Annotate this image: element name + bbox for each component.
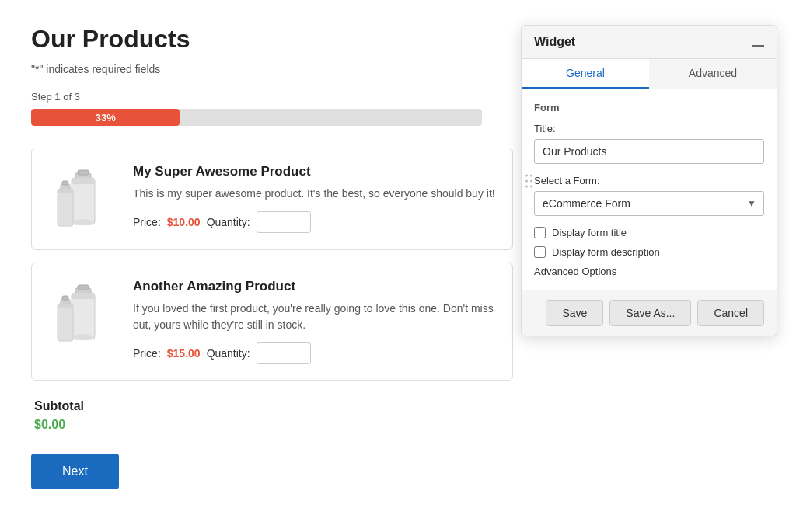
product-image-1 (47, 164, 117, 234)
product-price-row-1: Price: $10.00 Quantity: (133, 211, 497, 233)
widget-footer: Save Save As... Cancel (522, 290, 777, 336)
title-field-group: Title: (534, 123, 764, 164)
main-content: Our Products "*" indicates required fiel… (0, 0, 513, 514)
next-button[interactable]: Next (31, 454, 119, 489)
widget-header: Widget (522, 26, 777, 59)
title-field-input[interactable] (534, 139, 764, 164)
tab-advanced[interactable]: Advanced (649, 59, 777, 89)
svg-rect-2 (78, 170, 89, 175)
widget-body: Form Title: Select a Form: eCommerce For… (522, 89, 777, 290)
quantity-label-1: Quantity: (207, 216, 250, 228)
svg-rect-7 (62, 181, 68, 185)
progress-bar-container: 33% (31, 109, 482, 126)
subtotal-value: $0.00 (34, 418, 482, 432)
quantity-label-2: Quantity: (207, 347, 250, 360)
select-form-group: Select a Form: eCommerce Form Contact Fo… (534, 175, 764, 216)
product-card-1: My Super Awesome Product This is my supe… (31, 148, 513, 250)
drag-handle[interactable] (522, 171, 536, 190)
svg-rect-9 (72, 293, 95, 339)
select-form-wrapper: eCommerce Form Contact Form Registration… (534, 191, 764, 216)
subtotal-label: Subtotal (34, 399, 482, 413)
widget-panel: Widget General Advanced Form Title: Sele… (521, 25, 777, 336)
select-form-dropdown[interactable]: eCommerce Form Contact Form Registration… (534, 191, 764, 216)
svg-rect-16 (62, 296, 68, 300)
product-name-1: My Super Awesome Product (133, 164, 497, 179)
select-form-label: Select a Form: (534, 175, 764, 186)
checkbox-display-title-label: Display form title (552, 227, 627, 238)
save-as-button[interactable]: Save As... (609, 300, 691, 326)
svg-point-12 (74, 334, 93, 340)
widget-tabs: General Advanced (522, 59, 777, 89)
cancel-button[interactable]: Cancel (697, 300, 764, 326)
svg-rect-8 (58, 189, 73, 193)
step-info: Step 1 of 3 (31, 91, 482, 103)
quantity-input-2[interactable] (257, 342, 311, 364)
svg-rect-4 (72, 178, 95, 184)
product-name-2: Another Amazing Product (133, 279, 497, 294)
progress-label: 33% (96, 112, 116, 123)
checkbox-display-desc-label: Display form description (552, 246, 660, 258)
tab-general[interactable]: General (522, 59, 649, 89)
form-section-label: Form (534, 102, 764, 113)
save-button[interactable]: Save (546, 300, 603, 326)
product-info-2: Another Amazing Product If you loved the… (133, 279, 497, 364)
product-price-row-2: Price: $15.00 Quantity: (133, 342, 497, 364)
product-card-2: Another Amazing Product If you loved the… (31, 263, 513, 381)
widget-title: Widget (534, 35, 575, 49)
checkbox-display-desc[interactable] (534, 246, 546, 258)
svg-rect-0 (72, 178, 95, 224)
price-label-2: Price: (133, 347, 161, 360)
svg-rect-11 (78, 285, 89, 290)
advanced-options-link[interactable]: Advanced Options (534, 266, 764, 277)
svg-rect-17 (58, 304, 73, 308)
product-desc-1: This is my super awesome product. It's t… (133, 186, 497, 202)
product-desc-2: If you loved the first product, you're r… (133, 301, 497, 333)
price-value-2: $15.00 (167, 347, 201, 360)
price-label-1: Price: (133, 216, 161, 228)
checkbox-display-title[interactable] (534, 227, 546, 238)
checkbox-display-desc-row: Display form description (534, 246, 764, 258)
minimize-icon[interactable] (752, 37, 764, 47)
quantity-input-1[interactable] (257, 211, 311, 233)
price-value-1: $10.00 (167, 216, 201, 228)
svg-point-3 (74, 219, 93, 225)
checkbox-display-title-row: Display form title (534, 227, 764, 238)
svg-rect-13 (72, 293, 95, 299)
svg-rect-5 (58, 189, 73, 226)
progress-bar-fill: 33% (31, 109, 180, 126)
page-title: Our Products (31, 25, 482, 54)
product-image-2 (47, 279, 117, 349)
subtotal-section: Subtotal $0.00 (31, 399, 482, 432)
title-field-label: Title: (534, 123, 764, 134)
required-note: "*" indicates required fields (31, 63, 482, 75)
svg-rect-14 (58, 304, 73, 341)
product-info-1: My Super Awesome Product This is my supe… (133, 164, 497, 233)
